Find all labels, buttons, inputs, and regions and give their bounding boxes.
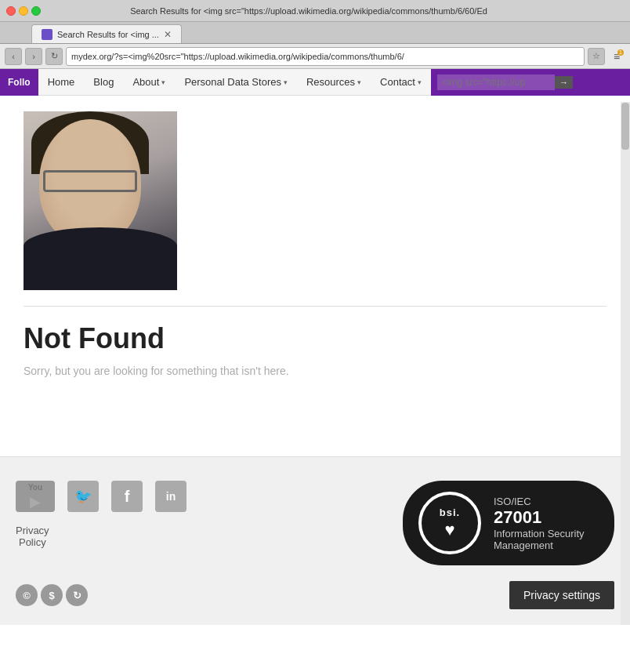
content-divider (24, 306, 606, 307)
cc-sa-icon: ↻ (66, 584, 88, 606)
bsi-subtitle2: Management (494, 539, 599, 551)
nav-home[interactable]: Home (38, 69, 85, 96)
bsi-number: 27001 (494, 507, 599, 528)
forward-button[interactable]: › (25, 48, 42, 65)
nav-search-input[interactable] (437, 74, 555, 90)
pds-dropdown-arrow: ▾ (284, 78, 288, 86)
bsi-text-top: bsi. (440, 507, 460, 518)
resources-dropdown-arrow: ▾ (357, 78, 361, 86)
window-title: Search Results for <img src="https://upl… (0, 6, 624, 16)
twitter-icon[interactable]: 🐦 (67, 481, 99, 512)
refresh-button[interactable]: ↻ (45, 48, 63, 65)
portrait-image (24, 111, 177, 290)
bsi-badge: bsi. ♥ ISO/IEC 27001 Information Securit… (403, 481, 614, 565)
linkedin-icon[interactable]: in (155, 481, 186, 512)
not-found-subtitle: Sorry, but you are looking for something… (24, 365, 606, 377)
bsi-logo-circle: bsi. ♥ (418, 492, 481, 554)
back-button[interactable]: ‹ (5, 48, 22, 65)
nav-search-button[interactable]: → (555, 76, 573, 89)
tab-bar: Search Results for <img ... ✕ (0, 22, 630, 44)
nav-contact[interactable]: Contact ▾ (371, 69, 431, 96)
nav-personal-data-stores[interactable]: Personal Data Stores ▾ (175, 69, 297, 96)
bsi-subtitle1: Information Security (494, 528, 599, 539)
not-found-title: Not Found (24, 322, 606, 355)
scrollbar-track[interactable] (621, 102, 630, 625)
footer-bottom: © $ ↻ Privacy settings (16, 581, 614, 609)
nav-about[interactable]: About ▾ (123, 69, 175, 96)
tab-favicon (42, 29, 52, 40)
about-dropdown-arrow: ▾ (161, 78, 165, 86)
address-input[interactable] (66, 47, 585, 66)
nav-search-box: → (431, 69, 630, 96)
nav-blog[interactable]: Blog (84, 69, 123, 96)
cc-nc-icon: $ (41, 584, 63, 606)
contact-dropdown-arrow: ▾ (418, 78, 422, 86)
social-icons: You ▶ 🐦 f in (16, 481, 186, 512)
tab-close-button[interactable]: ✕ (164, 29, 172, 40)
bsi-iso-title: ISO/IEC (494, 496, 599, 507)
footer-left: You ▶ 🐦 f in (16, 481, 186, 548)
follow-button[interactable]: Follo (0, 69, 38, 96)
tab-label: Search Results for <img ... (57, 30, 159, 39)
browser-menu-button[interactable]: ≡ 1 (608, 48, 625, 65)
facebook-icon[interactable]: f (111, 481, 143, 512)
privacy-settings-button[interactable]: Privacy settings (509, 581, 614, 609)
youtube-icon[interactable]: You ▶ (16, 481, 55, 512)
title-bar: Search Results for <img src="https://upl… (0, 0, 630, 22)
privacy-policy-link[interactable]: Privacy Policy (16, 525, 49, 548)
cc-badge[interactable]: © $ ↻ (16, 584, 88, 606)
footer: You ▶ 🐦 f in (0, 456, 630, 625)
bsi-info: ISO/IEC 27001 Information Security Manag… (494, 496, 599, 551)
nav-resources[interactable]: Resources ▾ (297, 69, 371, 96)
menu-badge: 1 (617, 49, 624, 56)
bookmark-button[interactable]: ☆ (588, 48, 605, 65)
site-nav: Follo Home Blog About ▾ Personal Data St… (0, 69, 630, 96)
address-bar-row: ‹ › ↻ ☆ ≡ 1 (0, 44, 630, 69)
main-content: Not Found Sorry, but you are looking for… (0, 96, 630, 456)
active-tab[interactable]: Search Results for <img ... ✕ (31, 24, 182, 43)
footer-inner: You ▶ 🐦 f in (16, 481, 614, 565)
cc-icon: © (16, 584, 38, 606)
scrollbar-thumb[interactable] (621, 103, 629, 150)
bsi-heart-icon: ♥ (444, 520, 454, 540)
